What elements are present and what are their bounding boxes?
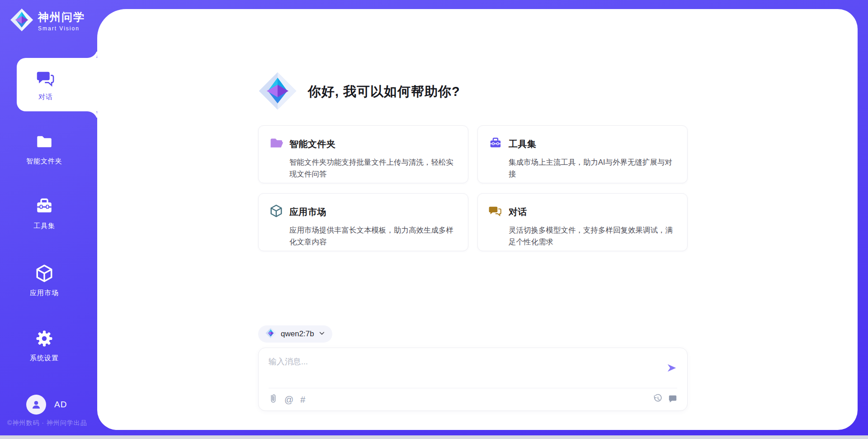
chat-bubbles-icon: [489, 204, 502, 220]
cube-icon: [269, 204, 283, 220]
card-toolset[interactable]: 工具集 集成市场上主流工具，助力AI与外界无缝扩展与对接: [477, 125, 688, 183]
logo-gem-icon: [265, 328, 276, 340]
model-selector[interactable]: qwen2:7b: [258, 325, 332, 343]
logo-gem-icon: [258, 72, 297, 112]
sidebar-item-smart-folder[interactable]: 智能文件夹: [0, 132, 89, 166]
user-name: AD: [54, 400, 67, 410]
gear-icon: [35, 329, 54, 350]
main-content-panel: 你好, 我可以如何帮助你? 智能文件夹 智能文件夹功能支持批量文件上传与清洗，轻…: [97, 9, 858, 430]
send-icon[interactable]: [666, 363, 677, 375]
greeting-block: 你好, 我可以如何帮助你?: [258, 72, 460, 112]
card-smart-folder[interactable]: 智能文件夹 智能文件夹功能支持批量文件上传与清洗，轻松实现文件问答: [258, 125, 468, 183]
greeting-text: 你好, 我可以如何帮助你?: [308, 83, 460, 101]
sidebar-item-label: 应用市场: [30, 289, 59, 297]
sidebar-item-toolset[interactable]: 工具集: [0, 197, 89, 230]
at-icon[interactable]: @: [284, 395, 293, 404]
card-desc: 应用市场提供丰富长文本模板，助力高效生成多样化文章内容: [269, 224, 457, 248]
folder-open-icon: [269, 136, 283, 152]
paperclip-icon[interactable]: [269, 394, 278, 406]
card-title: 工具集: [509, 138, 537, 150]
card-desc: 集成市场上主流工具，助力AI与外界无缝扩展与对接: [489, 156, 676, 180]
sidebar-item-chat[interactable]: 对话: [17, 58, 97, 111]
sidebar-item-label: 工具集: [33, 222, 55, 230]
horizontal-scrollbar[interactable]: [0, 435, 868, 439]
card-app-market[interactable]: 应用市场 应用市场提供丰富长文本模板，助力高效生成多样化文章内容: [258, 193, 468, 251]
user-icon: [30, 399, 42, 410]
cube-icon: [35, 264, 54, 285]
card-chat[interactable]: 对话 灵活切换多模型文件，支持多样回复效果调试，满足个性化需求: [477, 193, 688, 251]
message-composer: @ #: [258, 348, 688, 411]
chat-bubble-icon[interactable]: [668, 394, 677, 405]
app-title: 神州问学: [38, 10, 85, 24]
card-title: 智能文件夹: [289, 138, 336, 150]
app-logo: 神州问学 Smart Vision: [10, 8, 85, 33]
toolbox-icon: [489, 136, 502, 152]
user-account[interactable]: AD: [26, 395, 67, 415]
avatar: [26, 395, 46, 415]
chevron-down-icon: [319, 330, 325, 338]
history-icon[interactable]: [653, 394, 662, 405]
sidebar-item-app-market[interactable]: 应用市场: [0, 264, 89, 297]
toolbox-icon: [35, 197, 54, 218]
card-desc: 灵活切换多模型文件，支持多样回复效果调试，满足个性化需求: [489, 224, 676, 248]
card-title: 对话: [509, 206, 527, 218]
model-name: qwen2:7b: [281, 329, 314, 339]
logo-gem-icon: [10, 8, 33, 33]
folder-icon: [35, 132, 54, 153]
message-input[interactable]: [269, 356, 657, 383]
feature-cards: 智能文件夹 智能文件夹功能支持批量文件上传与清洗，轻松实现文件问答 工具集 集成…: [258, 125, 688, 251]
sidebar-item-label: 系统设置: [30, 354, 59, 363]
card-desc: 智能文件夹功能支持批量文件上传与清洗，轻松实现文件问答: [269, 156, 457, 180]
sidebar-item-label: 对话: [38, 93, 53, 101]
hash-icon[interactable]: #: [300, 395, 305, 404]
card-title: 应用市场: [289, 206, 326, 218]
sidebar-item-label: 智能文件夹: [26, 157, 62, 166]
footer-copyright: ©神州数码 · 神州问学出品: [7, 419, 87, 427]
composer-divider: [269, 388, 677, 388]
sidebar-item-settings[interactable]: 系统设置: [0, 329, 89, 363]
app-subtitle: Smart Vision: [38, 25, 85, 32]
chat-icon: [36, 68, 55, 89]
